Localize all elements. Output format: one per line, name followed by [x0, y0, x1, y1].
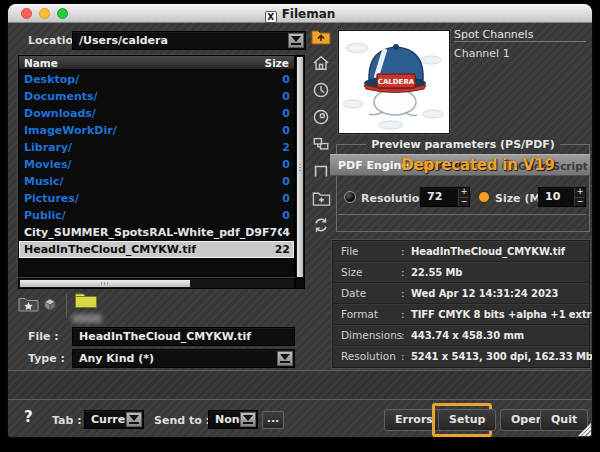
- size-radio[interactable]: [478, 191, 490, 203]
- send-to-dropdown-arrow[interactable]: [240, 412, 256, 427]
- file-row[interactable]: City_SUMMER_SpotsRAL-White_pdf_D9F7C43E.…: [19, 224, 294, 241]
- packages-button[interactable]: [41, 296, 62, 312]
- info-colon: :: [401, 245, 405, 257]
- info-colon: :: [401, 350, 405, 362]
- more-options-button[interactable]: ...: [262, 411, 284, 429]
- channel-list-item[interactable]: Channel 1: [454, 47, 510, 60]
- favorites-folder-icon: [18, 296, 39, 312]
- quit-button[interactable]: Quit: [540, 409, 588, 431]
- file-row-name: HeadInTheCloud_CMYKW.tif: [24, 241, 275, 258]
- type-field-label: Type :: [28, 352, 65, 365]
- file-row-name: Downloads/: [24, 105, 282, 122]
- file-row-size: 4: [282, 224, 290, 241]
- type-dropdown[interactable]: Any Kind (*): [72, 349, 295, 368]
- info-row: Dimensions:443.74 x 458.30 mm: [333, 325, 589, 346]
- help-button[interactable]: ?: [24, 408, 33, 426]
- file-row-name: Music/: [24, 173, 282, 190]
- shortcut-separator: [66, 293, 67, 318]
- new-folder-icon: [312, 190, 331, 207]
- type-dropdown-arrow[interactable]: [277, 351, 293, 366]
- info-value: 443.74 x 458.30 mm: [411, 330, 524, 341]
- info-value: 22.55 Mb: [411, 267, 462, 278]
- resolution-radio[interactable]: [344, 191, 356, 203]
- yellow-folder-icon: [74, 291, 98, 310]
- new-folder-button[interactable]: [310, 189, 332, 207]
- file-row-size: 0: [282, 71, 290, 88]
- info-value: Wed Apr 12 14:31:24 2023: [411, 288, 558, 299]
- disc-button[interactable]: [310, 108, 332, 126]
- file-row[interactable]: Downloads/0: [19, 105, 294, 122]
- tab-label: Tab :: [52, 414, 82, 427]
- favorites-button[interactable]: [18, 296, 39, 312]
- info-value: 5241 x 5413, 300 dpi, 162.33 Mb: [411, 351, 592, 362]
- boxes-icon: [41, 296, 62, 312]
- home-button[interactable]: [310, 54, 332, 72]
- caldera-mascot-artwork: CALDERA: [339, 31, 449, 133]
- info-row: Format:TIFF CMYK 8 bits +alpha +1 extra: [333, 304, 589, 325]
- file-name-input[interactable]: HeadInTheCloud_CMYKW.tif: [72, 327, 295, 346]
- spinner-down-button[interactable]: −: [459, 198, 469, 207]
- file-row[interactable]: Music/0: [19, 173, 294, 190]
- info-label: Size: [341, 266, 363, 278]
- spinner-down-button[interactable]: −: [575, 198, 585, 207]
- status-strip: [8, 371, 592, 399]
- info-value: HeadInTheCloud_CMYKW.tif: [411, 246, 565, 257]
- file-row[interactable]: HeadInTheCloud_CMYKW.tif22: [19, 241, 294, 258]
- file-row-name: Documents/: [24, 88, 282, 105]
- column-header-size[interactable]: Size: [265, 57, 289, 69]
- file-row[interactable]: Pictures/0: [19, 190, 294, 207]
- file-row[interactable]: Documents/0: [19, 88, 294, 105]
- file-list-header[interactable]: Name Size: [19, 56, 294, 70]
- blurred-folder-label: [72, 314, 102, 323]
- window-title-text: Fileman: [282, 7, 336, 21]
- pdf-engine-row: PDF Engine : APPE GhostScript Deprecated…: [330, 154, 590, 176]
- spot-channels-title: Spot Channels: [454, 28, 533, 41]
- info-label: Resolution: [341, 350, 396, 362]
- frame-button[interactable]: [310, 162, 332, 180]
- parameters-divider: [338, 214, 586, 215]
- file-row-size: 0: [282, 173, 290, 190]
- file-field-label: File :: [28, 330, 59, 343]
- scrollbar-corner: [295, 278, 305, 289]
- send-to-dropdown[interactable]: None: [208, 410, 258, 429]
- info-label: Date: [341, 287, 366, 299]
- parent-folder-button[interactable]: [310, 27, 332, 45]
- horizontal-scrollbar-thumb[interactable]: [20, 280, 190, 287]
- horizontal-scrollbar[interactable]: [18, 278, 295, 289]
- network-places-icon: [312, 135, 330, 153]
- vertical-scrollbar-thumb[interactable]: [297, 57, 303, 277]
- setup-button[interactable]: Setup: [438, 409, 496, 431]
- folder-up-icon: [311, 28, 331, 45]
- refresh-button[interactable]: [310, 216, 332, 234]
- clock-icon: [312, 81, 330, 99]
- column-header-name[interactable]: Name: [24, 57, 58, 69]
- file-row[interactable]: Movies/0: [19, 156, 294, 173]
- size-input[interactable]: 10 + −: [538, 187, 586, 207]
- file-row-name: Pictures/: [24, 190, 282, 207]
- location-dropdown-arrow[interactable]: [288, 33, 304, 48]
- file-row[interactable]: Library/2: [19, 139, 294, 156]
- current-folder-shortcut[interactable]: [74, 291, 98, 310]
- resolution-input[interactable]: 72 + −: [420, 187, 470, 207]
- file-row-size: 22: [275, 241, 290, 258]
- tab-dropdown[interactable]: Current: [84, 410, 144, 429]
- file-row-size: 2: [282, 139, 290, 156]
- file-list: Name Size Desktop/0Documents/0Downloads/…: [18, 55, 295, 277]
- deprecated-annotation: Deprecated in V19: [368, 156, 588, 174]
- file-row-size: 0: [282, 88, 290, 105]
- recent-button[interactable]: [310, 81, 332, 99]
- size-spinner[interactable]: + −: [574, 188, 585, 206]
- file-row[interactable]: Public/0: [19, 207, 294, 224]
- file-row-size: 0: [282, 156, 290, 173]
- tab-dropdown-arrow[interactable]: [126, 412, 142, 427]
- file-info-panel: File:HeadInTheCloud_CMYKW.tifSize:22.55 …: [332, 240, 590, 368]
- resolution-spinner[interactable]: + −: [458, 188, 469, 206]
- vertical-scrollbar[interactable]: [295, 55, 305, 279]
- preview-parameters-legend: Preview parameters (PS/PDF): [366, 138, 560, 151]
- file-row-name: Library/: [24, 139, 282, 156]
- title-bar[interactable]: XFileman: [8, 4, 592, 23]
- location-input[interactable]: /Users/caldera: [72, 31, 306, 50]
- file-row[interactable]: Desktop/0: [19, 71, 294, 88]
- network-button[interactable]: [310, 135, 332, 153]
- file-row[interactable]: ImageWorkDir/0: [19, 122, 294, 139]
